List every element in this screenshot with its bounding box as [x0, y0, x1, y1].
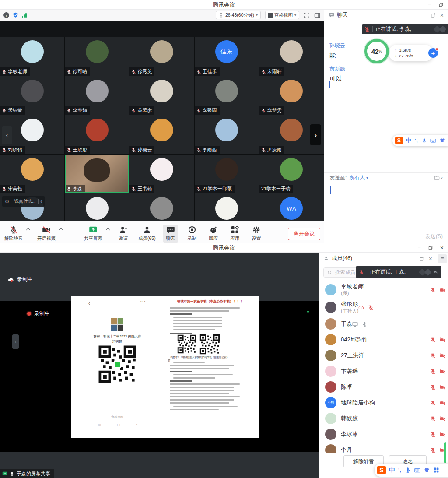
unmute-button[interactable]: 解除静音 [4, 225, 24, 243]
mic-muted-icon[interactable] [430, 337, 436, 343]
close-icon[interactable]: × [429, 255, 432, 262]
participant-tile[interactable]: ☺ 说点什么... ‹ 李馨雨 [195, 76, 259, 115]
restore-button[interactable] [428, 245, 433, 250]
invite-button[interactable]: 邀请 [116, 225, 131, 243]
ime-language-toggle[interactable]: 中 [406, 137, 412, 144]
member-row[interactable]: 韩姣姣 [319, 411, 448, 426]
close-icon[interactable]: × [440, 244, 444, 251]
participant-tile[interactable]: ☺ 说点什么... ‹ 徐秀英 [130, 37, 194, 76]
grid-page-next-button[interactable]: › [310, 124, 321, 145]
security-shield-icon[interactable] [13, 12, 18, 18]
minimize-button[interactable]: − [417, 244, 421, 251]
minimize-button[interactable]: − [428, 1, 431, 8]
screen-share-icon[interactable] [352, 321, 358, 327]
send-button[interactable]: 发送(S) [425, 233, 443, 240]
participant-tile[interactable]: ☺ 说点什么... ‹ 21学本一邱颖 [195, 155, 259, 193]
volume-percent-widget[interactable]: 42% [364, 39, 389, 63]
camera-off-icon[interactable] [440, 337, 445, 343]
participant-tile[interactable]: ☺ 说点什么... ‹ 21学本一于晴 [259, 155, 324, 193]
reaction-input-bubble[interactable]: ☺ 说点什么... ‹ [2, 196, 45, 207]
member-row[interactable]: 李冰冰 [319, 426, 448, 442]
restore-button[interactable] [438, 2, 444, 7]
popout-icon[interactable] [419, 256, 424, 261]
member-row[interactable]: 陈卓 [319, 379, 448, 395]
member-row[interactable]: 小狗 地球隐居小狗 [319, 395, 448, 411]
participant-tile[interactable]: ☺ 说点什么... ‹ 徐可晴 [65, 37, 129, 76]
mic-muted-icon[interactable] [430, 369, 436, 374]
sogou-logo-icon[interactable]: S [395, 137, 403, 144]
close-icon[interactable]: × [440, 12, 444, 19]
mic-muted-icon[interactable] [430, 432, 436, 437]
participant-tile[interactable]: ☺ 说点什么... ‹ 李慧雯 [259, 76, 324, 115]
ime-language-toggle[interactable]: 中 [389, 466, 395, 474]
back-icon[interactable]: ‹ [88, 300, 90, 306]
ime-toolbar[interactable]: S 中 ’, [392, 135, 448, 146]
ime-skin-icon[interactable] [424, 467, 430, 474]
ime-punctuation-icon[interactable]: ’, [415, 138, 418, 143]
info-icon[interactable]: i [4, 12, 9, 18]
camera-off-icon[interactable] [440, 384, 445, 390]
camera-off-icon[interactable] [440, 416, 445, 422]
reaction-placeholder[interactable]: 说点什么... [14, 198, 35, 204]
chat-button[interactable]: 聊天 [163, 225, 178, 243]
hamburger-menu-icon[interactable]: ≡ [438, 254, 447, 263]
camera-off-icon[interactable] [440, 369, 445, 374]
ime-toolbar[interactable]: S 中 ’, [374, 464, 448, 477]
ime-skin-icon[interactable] [439, 137, 445, 144]
send-to-select[interactable]: 所有人 ▾ [349, 174, 368, 182]
share-options-caret[interactable] [106, 228, 110, 232]
member-row[interactable]: 27王洪洋 [319, 348, 448, 363]
participant-tile[interactable]: ☺ 说点什么... ‹ 苏孟彦 [130, 76, 194, 115]
video-options-caret[interactable] [59, 228, 63, 232]
collapsed-panel-handle[interactable]: › [12, 334, 19, 349]
participant-tile[interactable]: ☺ 说点什么... ‹ 李敏老师 [0, 37, 64, 76]
camera-off-icon[interactable] [440, 432, 445, 437]
mic-muted-icon[interactable] [430, 353, 436, 358]
member-row[interactable]: 李敏老师 (我) [319, 281, 448, 299]
sogou-logo-icon[interactable]: S [377, 466, 386, 474]
participant-tile[interactable]: ☺ 说点什么... ‹ 李雨西 [195, 115, 259, 154]
participant-tile[interactable]: ☺ 说点什么... ‹ 李慧娟 [65, 76, 129, 115]
participant-tile[interactable]: ☺ 说点什么... ‹ 王欣彤 [65, 115, 129, 154]
reactions-button[interactable]: 回应 [206, 225, 221, 243]
collapse-icon[interactable]: ‹ [41, 198, 42, 204]
participant-tile[interactable]: ☺ 说点什么... ‹ 李森 [65, 155, 129, 193]
viewer-toolbar[interactable]: ◎▢‹ [98, 423, 137, 427]
apps-button[interactable]: 应用 [228, 225, 242, 243]
camera-off-icon[interactable] [440, 400, 445, 406]
member-row[interactable]: 于森 [319, 316, 448, 332]
network-signal-icon[interactable] [22, 13, 27, 18]
ime-mic-icon[interactable] [405, 467, 411, 473]
scrollbar-thumb[interactable] [444, 442, 446, 463]
grid-page-prev-button[interactable]: ‹ [2, 126, 12, 144]
leave-meeting-button[interactable]: 离开会议 [288, 228, 320, 240]
ime-grid-icon[interactable] [433, 467, 439, 473]
camera-off-icon[interactable] [440, 287, 445, 293]
ime-punctuation-icon[interactable]: ’, [398, 467, 402, 473]
side-panel-icon[interactable] [314, 12, 320, 18]
add-widget-button[interactable]: + [428, 48, 438, 58]
participant-tile[interactable]: ☺ 说点什么... ‹ 孟钰莹 [0, 76, 64, 115]
mic-muted-icon[interactable] [430, 384, 436, 390]
popout-icon[interactable] [430, 13, 436, 18]
mic-on-icon[interactable] [362, 321, 368, 327]
ime-keyboard-icon[interactable] [414, 467, 420, 474]
mic-muted-icon[interactable] [430, 447, 436, 453]
mic-muted-icon[interactable] [368, 305, 374, 310]
mic-options-caret[interactable] [26, 228, 31, 232]
chat-history-button[interactable]: ˅ [434, 175, 443, 181]
fullscreen-icon[interactable] [304, 12, 310, 18]
members-button[interactable]: 成员(65) [137, 225, 157, 243]
participant-tile[interactable]: ☺ 说点什么... ‹ 王书翰 [130, 155, 194, 193]
ime-mic-icon[interactable] [421, 138, 427, 144]
mic-muted-icon[interactable] [430, 416, 436, 422]
mic-muted-icon[interactable] [430, 287, 436, 293]
meeting-timer-chip[interactable]: 26:48(60分钟) ▾ [216, 11, 261, 19]
member-row[interactable]: 卞薯瑶 [319, 363, 448, 379]
settings-button[interactable]: 设置 [249, 225, 264, 243]
ime-keyboard-icon[interactable] [430, 137, 436, 144]
participant-tile[interactable]: ☺ 说点什么... ‹ 宋美钰 [0, 155, 64, 193]
smiley-icon[interactable]: ☺ [4, 198, 10, 204]
more-icon[interactable]: ⋯ [140, 298, 146, 304]
mic-muted-icon[interactable] [430, 400, 436, 406]
